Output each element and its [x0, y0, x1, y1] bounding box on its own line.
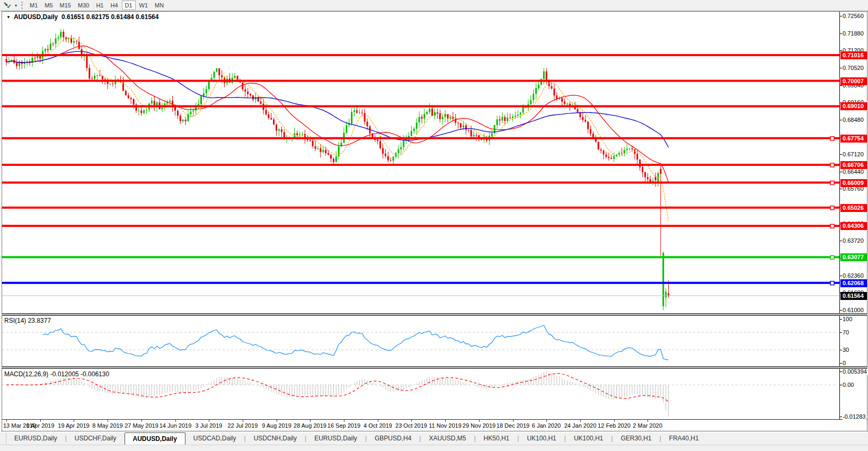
time-axis-tick — [209, 420, 209, 422]
time-axis-tick — [648, 420, 648, 422]
price-axis-tick — [839, 310, 842, 311]
timeframe-button-d1[interactable]: D1 — [122, 1, 136, 10]
price-axis-tick — [839, 276, 842, 276]
hline-price-badge: 0.62068 — [840, 279, 867, 287]
hline-price-badge: 0.64306 — [840, 222, 867, 230]
status-strip — [0, 445, 868, 451]
rsi-axis-label: 70 — [843, 329, 850, 336]
tab-usdchf-daily[interactable]: USDCHF,Daily — [67, 432, 125, 445]
price-axis-label: 0.70520 — [843, 65, 865, 72]
time-axis-tick — [175, 420, 176, 422]
price-axis-label: 0.71880 — [843, 30, 865, 37]
rsi-axis-label: 100 — [843, 316, 853, 323]
tab-audusd-daily[interactable]: AUDUSD,Daily — [125, 432, 185, 445]
ohlc-values: 0.61651 0.62175 0.61484 0.61564 — [61, 13, 159, 21]
tab-hk50-h1[interactable]: HK50,H1 — [476, 432, 518, 445]
tab-xauusd-m5[interactable]: XAUUSD,M5 — [421, 432, 474, 445]
tab-eurusd-daily[interactable]: EURUSD,Daily — [6, 432, 65, 445]
price-axis-tick — [839, 68, 842, 68]
tab-ger30-h1[interactable]: GER30,H1 — [613, 432, 659, 445]
time-axis-tick — [108, 420, 108, 422]
time-axis-label: 29 Nov 2019 — [463, 422, 495, 429]
timeframe-button-m5[interactable]: M5 — [41, 1, 56, 10]
tab-uk100-h1[interactable]: UK100,H1 — [566, 432, 611, 445]
macd-axis-label: -0.01283 — [843, 413, 866, 420]
tab-fra40-h1[interactable]: FRA40,H1 — [661, 432, 707, 445]
macd-axis-tick — [839, 417, 842, 417]
time-axis-label: 4 Oct 2019 — [364, 422, 392, 429]
timeframe-button-h4[interactable]: H4 — [107, 1, 121, 10]
timeframe-button-m15[interactable]: M15 — [57, 1, 74, 10]
chart-arrows-icon — [3, 1, 12, 10]
time-axis-label: 24 Jan 2020 — [564, 422, 597, 429]
time-axis-label: 9 Aug 2019 — [262, 422, 291, 429]
time-axis-tick — [378, 420, 378, 422]
rsi-axis-label: 30 — [843, 347, 850, 353]
hline-price-badge: 0.63077 — [840, 253, 867, 261]
time-axis-label: 18 Dec 2019 — [497, 422, 529, 429]
pane-splitter-rsi[interactable] — [2, 313, 867, 316]
time-axis-label: 2 Mar 2020 — [633, 422, 662, 429]
time-axis-tick — [74, 420, 74, 422]
price-axis-tick — [839, 189, 842, 189]
tab-scroll-stub[interactable] — [0, 432, 6, 445]
rsi-axis-tick — [839, 319, 842, 320]
price-axis-label: 0.63720 — [843, 237, 865, 244]
tab-uk100-h1[interactable]: UK100,H1 — [519, 432, 564, 445]
symbol-label: AUDUSD,Daily — [14, 13, 58, 21]
chart-bottom-border — [2, 431, 867, 431]
rsi-indicator-label: RSI(14) 23.8377 — [4, 317, 51, 324]
price-axis-tick — [839, 50, 842, 51]
tab-usdcnh-daily[interactable]: USDCNH,Daily — [246, 432, 305, 445]
time-axis-tick — [277, 420, 277, 422]
tab-usdcad-daily[interactable]: USDCAD,Daily — [185, 432, 244, 445]
time-axis-tick — [445, 420, 446, 422]
tab-eurusd-daily[interactable]: EURUSD,Daily — [306, 432, 365, 445]
timeframe-toolbar: ▾ M1M5M15M30H1H4D1W1MN — [0, 0, 868, 11]
time-axis-label: 8 May 2019 — [92, 422, 122, 429]
price-axis-label: 0.62360 — [843, 272, 865, 279]
time-axis-label: 28 Aug 2019 — [294, 422, 326, 429]
macd-axis-label: 0.00 — [843, 382, 855, 388]
chart-tab-bar: EURUSD,Daily|USDCHF,DailyAUDUSD,DailyUSD… — [0, 432, 868, 445]
time-axis-label: 3 Jul 2019 — [196, 422, 223, 429]
collapse-triangle-icon[interactable]: ▼ — [6, 15, 11, 20]
timeframe-button-m30[interactable]: M30 — [75, 1, 92, 10]
macd-axis-tick — [839, 372, 842, 372]
dropdown-caret-icon[interactable]: ▾ — [13, 3, 19, 8]
time-axis-tick — [614, 420, 615, 422]
time-axis-tick — [310, 420, 311, 422]
price-axis-tick — [839, 241, 842, 241]
time-axis-label: 6 Jan 2020 — [532, 422, 561, 429]
price-axis-label: 0.67120 — [843, 151, 865, 158]
timeframe-button-mn[interactable]: MN — [152, 1, 167, 10]
rsi-axis-tick — [839, 363, 842, 364]
price-axis-line — [839, 12, 840, 419]
time-axis-line — [2, 419, 867, 420]
timeframe-button-h1[interactable]: H1 — [93, 1, 107, 10]
time-axis-tick — [479, 420, 480, 422]
rsi-axis-tick — [839, 350, 842, 350]
macd-canvas[interactable] — [2, 369, 839, 419]
current-price-badge: 0.61564 — [840, 292, 867, 300]
time-axis-label: 1 Apr 2019 — [26, 422, 54, 429]
pane-splitter-macd[interactable] — [2, 366, 867, 369]
time-axis-label: 23 Oct 2019 — [395, 422, 427, 429]
time-axis-label: 14 Jun 2019 — [160, 422, 192, 429]
price-chart-canvas[interactable] — [2, 12, 839, 313]
price-axis-tick — [839, 154, 842, 155]
macd-axis-label: 0.005394 — [843, 368, 868, 375]
timeframe-buttons: M1M5M15M30H1H4D1W1MN — [26, 1, 167, 10]
hline-price-badge: 0.65026 — [840, 204, 867, 212]
toolbar-grip-handle[interactable] — [21, 2, 23, 9]
hline-price-badge: 0.70007 — [840, 77, 867, 85]
tab-gbpusd-h4[interactable]: GBPUSD,H4 — [367, 432, 419, 445]
timeframe-button-m1[interactable]: M1 — [26, 1, 41, 10]
time-axis-tick — [40, 420, 41, 422]
price-axis-label: 0.66440 — [843, 169, 865, 175]
timeframe-button-w1[interactable]: W1 — [136, 1, 152, 10]
chart-tool-icon[interactable] — [2, 1, 13, 10]
rsi-axis-tick — [839, 332, 842, 333]
rsi-canvas[interactable] — [2, 316, 839, 366]
time-axis-label: 11 Nov 2019 — [429, 422, 462, 429]
